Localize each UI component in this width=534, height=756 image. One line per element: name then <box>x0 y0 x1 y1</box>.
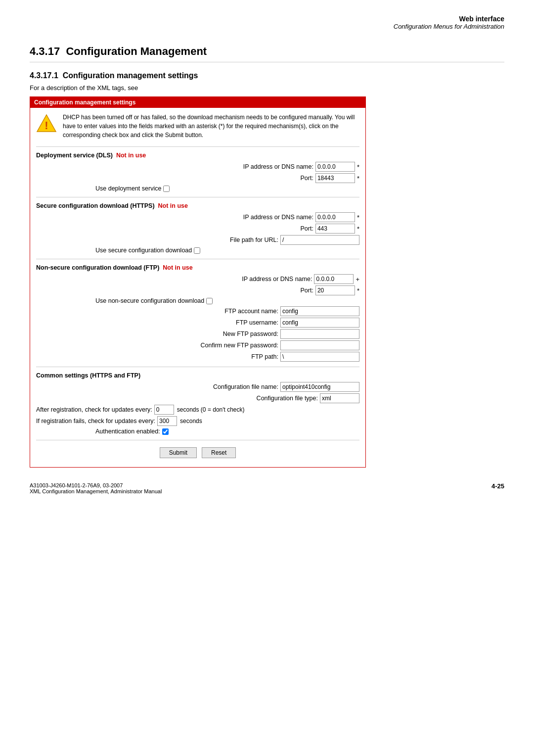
dls-ip-star: * <box>357 163 359 171</box>
dls-use-row: Use deployment service <box>36 185 359 192</box>
dls-status: Not in use <box>116 152 146 159</box>
ftp-username-label: FTP username: <box>236 319 278 326</box>
description-text: For a description of the XML tags, see <box>30 84 504 92</box>
sub-heading: 4.3.17.1 Configuration management settin… <box>30 71 504 80</box>
dls-ip-row: IP address or DNS name: * <box>36 162 359 172</box>
https-section-label: Secure configuration download (HTTPS) No… <box>36 202 359 209</box>
footer-line2: XML Configuration Management, Administra… <box>30 488 504 494</box>
ftp-port-row: Port: * <box>36 285 359 295</box>
ftp-account-input[interactable] <box>280 306 359 316</box>
footer-line1: A31003-J4260-M101-2-76A9, 03-2007 <box>30 482 504 488</box>
ftp-ip-input[interactable] <box>314 274 354 284</box>
config-filename-row: Configuration file name: <box>36 382 359 392</box>
ftp-ip-star: + <box>356 276 359 283</box>
https-port-label: Port: <box>301 225 313 232</box>
submit-button[interactable]: Submit <box>160 447 197 458</box>
https-port-input[interactable] <box>315 224 355 234</box>
common-section-label: Common settings (HTTPS and FTP) <box>36 372 359 379</box>
dls-use-label: Use deployment service <box>95 185 161 192</box>
check-every-suffix: seconds (0 = don't check) <box>177 406 245 413</box>
check-every-label: After registration, check for updates ev… <box>36 406 152 413</box>
fail-check-row: If registration fails, check for updates… <box>36 416 359 426</box>
config-filename-label: Configuration file name: <box>213 383 278 390</box>
dls-port-label: Port: <box>301 175 313 182</box>
https-ip-row: IP address or DNS name: * <box>36 212 359 222</box>
ftp-status: Not in use <box>163 264 192 271</box>
divider-4 <box>36 367 359 367</box>
fail-check-label: If registration fails, check for updates… <box>36 418 155 425</box>
https-filepath-row: File path for URL: <box>36 235 359 245</box>
ftp-use-checkbox[interactable] <box>206 298 213 304</box>
dls-use-checkbox[interactable] <box>163 186 170 192</box>
fail-check-suffix: seconds <box>180 418 202 425</box>
header-subtitle: Configuration Menus for Administration <box>30 23 504 30</box>
config-filename-input[interactable] <box>280 382 359 392</box>
https-filepath-label: File path for URL: <box>230 236 278 243</box>
ftp-path-input[interactable] <box>280 352 359 362</box>
check-every-row: After registration, check for updates ev… <box>36 405 359 415</box>
warning-icon: ! <box>36 113 57 134</box>
sub-title: Configuration management settings <box>63 71 198 80</box>
config-filetype-input[interactable] <box>320 393 359 403</box>
dls-port-star: * <box>357 175 359 182</box>
ftp-path-row: FTP path: <box>36 352 359 362</box>
warning-box: ! DHCP has been turned off or has failed… <box>36 113 359 140</box>
warning-text: DHCP has been turned off or has failed, … <box>63 113 359 140</box>
config-filetype-label: Configuration file type: <box>257 395 318 402</box>
https-port-star: * <box>357 225 359 233</box>
ftp-use-row: Use non-secure configuration download <box>36 297 359 304</box>
ftp-ip-label: IP address or DNS name: <box>242 276 312 283</box>
ftp-account-label: FTP account name: <box>224 308 278 315</box>
ftp-confirmpw-row: Confirm new FTP password: <box>36 340 359 350</box>
config-filetype-row: Configuration file type: <box>36 393 359 403</box>
ftp-use-label: Use non-secure configuration download <box>95 297 204 304</box>
ftp-path-label: FTP path: <box>251 353 278 360</box>
https-use-label: Use secure configuration download <box>95 247 192 254</box>
footer: 4-25 A31003-J4260-M101-2-76A9, 03-2007 X… <box>30 482 504 494</box>
svg-text:!: ! <box>44 119 48 132</box>
page-header: Web interface Configuration Menus for Ad… <box>30 15 504 30</box>
section-number: 4.3.17 <box>30 45 60 57</box>
https-status: Not in use <box>158 202 188 209</box>
divider-1 <box>36 146 359 147</box>
config-box-title: Configuration management settings <box>30 97 365 108</box>
sub-number: 4.3.17.1 <box>30 71 58 80</box>
https-filepath-input[interactable] <box>280 235 359 245</box>
ftp-username-row: FTP username: <box>36 318 359 328</box>
dls-ip-label: IP address or DNS name: <box>243 163 313 170</box>
ftp-username-input[interactable] <box>280 318 359 328</box>
section-heading: 4.3.17 Configuration Management <box>30 45 504 62</box>
ftp-section-label: Non-secure configuration download (FTP) … <box>36 264 359 271</box>
https-port-row: Port: * <box>36 224 359 234</box>
section-title: Configuration Management <box>66 45 207 57</box>
https-use-checkbox[interactable] <box>194 247 200 254</box>
dls-ip-input[interactable] <box>315 162 355 172</box>
divider-3 <box>36 259 359 259</box>
divider-5 <box>36 440 359 440</box>
reset-button[interactable]: Reset <box>202 447 236 458</box>
https-ip-input[interactable] <box>315 212 355 222</box>
ftp-port-input[interactable] <box>315 285 355 295</box>
https-ip-label: IP address or DNS name: <box>243 214 313 221</box>
ftp-port-label: Port: <box>301 287 313 294</box>
check-every-input[interactable] <box>154 405 174 415</box>
button-row: Submit Reset <box>30 447 365 458</box>
https-use-row: Use secure configuration download <box>36 247 359 254</box>
auth-row: Authentication enabled: <box>36 428 359 435</box>
dls-port-input[interactable] <box>315 173 355 183</box>
auth-checkbox[interactable] <box>162 428 169 435</box>
auth-label: Authentication enabled: <box>95 428 160 435</box>
footer-page-number: 4-25 <box>491 482 504 490</box>
fail-check-input[interactable] <box>157 416 177 426</box>
ftp-newpw-input[interactable] <box>280 329 359 339</box>
ftp-newpw-label: New FTP password: <box>223 331 278 337</box>
ftp-newpw-row: New FTP password: <box>36 329 359 339</box>
dls-section-label: Deployment service (DLS) Not in use <box>36 152 359 159</box>
dls-port-row: Port: * <box>36 173 359 183</box>
https-ip-star: * <box>357 214 359 221</box>
ftp-port-star: * <box>357 287 359 294</box>
ftp-account-row: FTP account name: <box>36 306 359 316</box>
config-box: Configuration management settings ! DHCP… <box>30 96 366 468</box>
divider-2 <box>36 197 359 197</box>
ftp-confirmpw-input[interactable] <box>280 340 359 350</box>
